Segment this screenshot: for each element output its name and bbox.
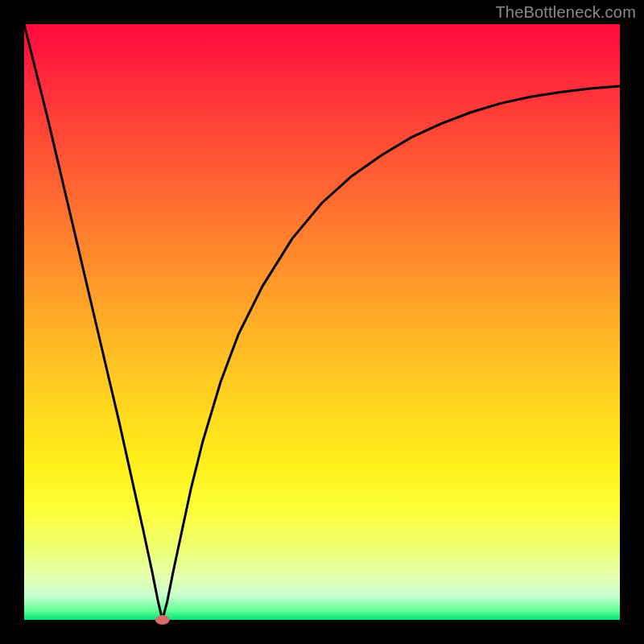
curve-overlay — [0, 0, 644, 644]
watermark-text: TheBottleneck.com — [495, 3, 636, 22]
bottleneck-curve — [24, 24, 620, 620]
chart-container: TheBottleneck.com — [0, 0, 644, 644]
optimal-marker — [155, 615, 170, 625]
